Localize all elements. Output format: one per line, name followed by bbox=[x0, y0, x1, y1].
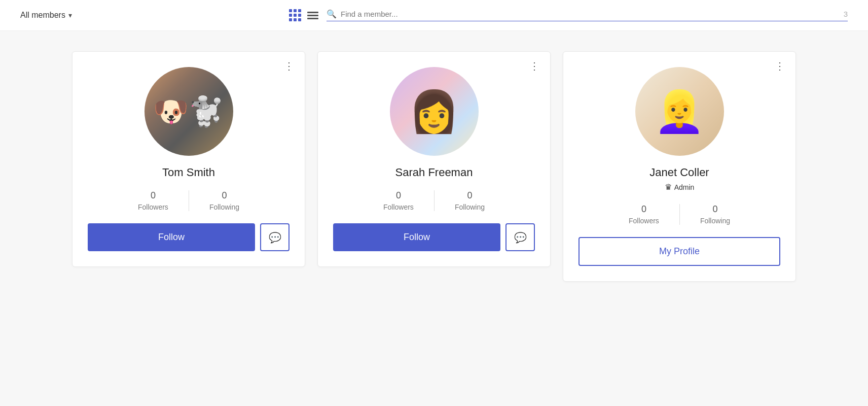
profile-button-janet-coller[interactable]: My Profile bbox=[578, 237, 780, 266]
member-count: 3 bbox=[844, 10, 848, 18]
chevron-icon: ▾ bbox=[68, 11, 72, 19]
followers-stat-sarah-freeman: 0 Followers bbox=[363, 190, 435, 211]
top-bar: All members ▾ 🔍 3 bbox=[0, 0, 868, 31]
search-icon: 🔍 bbox=[327, 9, 337, 19]
card-menu-sarah-freeman[interactable]: ⋮ bbox=[529, 61, 540, 71]
view-icons bbox=[289, 9, 318, 21]
filter-dropdown[interactable]: All members ▾ bbox=[20, 11, 281, 20]
followers-stat-tom-smith: 0 Followers bbox=[118, 190, 189, 211]
followers-label-sarah-freeman: Followers bbox=[383, 203, 414, 211]
card-menu-janet-coller[interactable]: ⋮ bbox=[775, 61, 785, 71]
grid-view-icon[interactable] bbox=[289, 9, 301, 21]
stats-row-sarah-freeman: 0 Followers 0 Following bbox=[333, 190, 535, 211]
filter-label: All members bbox=[20, 11, 65, 20]
following-count-tom-smith: 0 bbox=[222, 190, 227, 201]
card-menu-tom-smith[interactable]: ⋮ bbox=[284, 61, 295, 71]
message-button-tom-smith[interactable]: 💬 bbox=[260, 223, 290, 251]
member-name-sarah-freeman: Sarah Freeman bbox=[395, 166, 473, 179]
members-grid: ⋮ Tom Smith 0 Followers 0 Following Foll… bbox=[0, 31, 868, 302]
followers-label-tom-smith: Followers bbox=[138, 203, 168, 211]
following-count-janet-coller: 0 bbox=[712, 204, 717, 215]
following-stat-sarah-freeman: 0 Following bbox=[435, 190, 505, 211]
admin-label: Admin bbox=[674, 183, 695, 191]
following-label-sarah-freeman: Following bbox=[455, 203, 485, 211]
avatar-janet-coller bbox=[635, 67, 724, 156]
followers-label-janet-coller: Followers bbox=[629, 217, 659, 225]
avatar-sarah-freeman bbox=[390, 67, 479, 156]
chat-icon-tom-smith: 💬 bbox=[269, 231, 281, 244]
followers-count-sarah-freeman: 0 bbox=[396, 190, 401, 201]
admin-badge-janet-coller: ♛ Admin bbox=[665, 182, 695, 192]
card-actions-sarah-freeman: Follow 💬 bbox=[333, 223, 535, 251]
card-actions-janet-coller: My Profile bbox=[578, 237, 780, 266]
following-label-janet-coller: Following bbox=[700, 217, 730, 225]
crown-icon: ♛ bbox=[665, 182, 672, 192]
stats-row-tom-smith: 0 Followers 0 Following bbox=[88, 190, 290, 211]
avatar-tom-smith bbox=[144, 67, 233, 156]
following-stat-janet-coller: 0 Following bbox=[680, 204, 750, 225]
following-stat-tom-smith: 0 Following bbox=[189, 190, 260, 211]
following-label-tom-smith: Following bbox=[209, 203, 239, 211]
chat-icon-sarah-freeman: 💬 bbox=[514, 231, 527, 244]
message-button-sarah-freeman[interactable]: 💬 bbox=[505, 223, 535, 251]
member-card-janet-coller: ⋮ Janet Coller ♛ Admin 0 Followers 0 Fol… bbox=[563, 51, 796, 282]
following-count-sarah-freeman: 0 bbox=[467, 190, 472, 201]
followers-count-janet-coller: 0 bbox=[641, 204, 646, 215]
follow-button-tom-smith[interactable]: Follow bbox=[88, 223, 255, 251]
list-view-icon[interactable] bbox=[307, 12, 318, 19]
stats-row-janet-coller: 0 Followers 0 Following bbox=[578, 204, 780, 225]
followers-count-tom-smith: 0 bbox=[151, 190, 156, 201]
member-card-tom-smith: ⋮ Tom Smith 0 Followers 0 Following Foll… bbox=[72, 51, 305, 267]
search-area: 🔍 3 bbox=[327, 9, 848, 21]
follow-button-sarah-freeman[interactable]: Follow bbox=[333, 223, 500, 251]
search-input[interactable] bbox=[341, 10, 836, 18]
followers-stat-janet-coller: 0 Followers bbox=[608, 204, 680, 225]
member-name-tom-smith: Tom Smith bbox=[162, 166, 215, 179]
member-name-janet-coller: Janet Coller bbox=[649, 166, 709, 179]
card-actions-tom-smith: Follow 💬 bbox=[88, 223, 290, 251]
member-card-sarah-freeman: ⋮ Sarah Freeman 0 Followers 0 Following … bbox=[317, 51, 551, 267]
